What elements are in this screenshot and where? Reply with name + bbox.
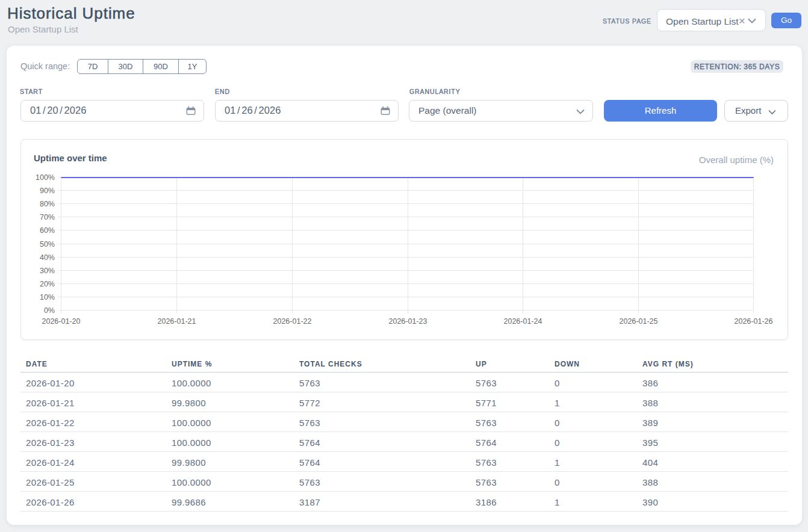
svg-text:2026-01-20: 2026-01-20: [42, 317, 81, 326]
svg-text:2026-01-23: 2026-01-23: [389, 317, 427, 326]
svg-text:2026-01-24: 2026-01-24: [504, 317, 542, 326]
svg-text:2026-01-22: 2026-01-22: [273, 317, 312, 326]
svg-text:2026-01-21: 2026-01-21: [158, 317, 196, 326]
svg-text:2026-01-26: 2026-01-26: [735, 317, 773, 326]
svg-text:20%: 20%: [40, 280, 55, 288]
svg-text:50%: 50%: [40, 240, 55, 249]
svg-text:40%: 40%: [40, 253, 55, 262]
svg-text:80%: 80%: [40, 200, 55, 208]
svg-text:30%: 30%: [40, 267, 55, 275]
svg-text:70%: 70%: [40, 213, 55, 221]
svg-text:2026-01-25: 2026-01-25: [620, 317, 658, 326]
svg-text:10%: 10%: [40, 293, 55, 302]
svg-text:60%: 60%: [40, 226, 55, 235]
svg-text:90%: 90%: [40, 187, 55, 195]
svg-text:100%: 100%: [36, 173, 55, 182]
svg-text:0%: 0%: [44, 306, 55, 315]
